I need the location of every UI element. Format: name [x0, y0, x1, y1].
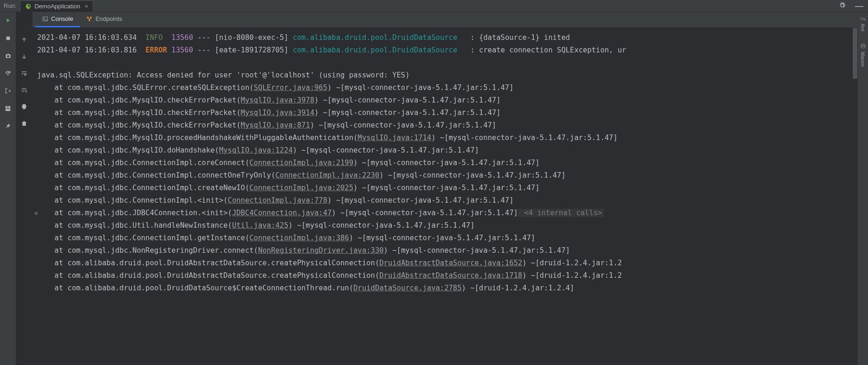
stack-frame: at com.mysql.jdbc.MysqlIO.checkErrorPack… — [34, 94, 858, 107]
source-link[interactable]: MysqlIO.java:1714 — [358, 134, 432, 142]
stack-frame: at com.mysql.jdbc.MysqlIO.proceedHandsha… — [34, 132, 858, 144]
source-link[interactable]: MysqlIO.java:1224 — [219, 146, 293, 154]
stop-icon[interactable] — [4, 34, 12, 42]
tab-console-label: Console — [51, 15, 73, 22]
maven-icon: ⓜ — [861, 43, 866, 50]
panel-tabs: Console Endpoints — [32, 12, 858, 28]
source-link[interactable]: DruidAbstractDataSource.java:1718 — [379, 271, 522, 280]
run-actions-gutter — [0, 12, 16, 365]
stack-frame: at com.mysql.jdbc.SQLError.createSQLExce… — [34, 82, 858, 94]
exception-header: java.sql.SQLException: Access denied for… — [34, 69, 858, 82]
stack-frame: at com.mysql.jdbc.NonRegisteringDriver.c… — [34, 244, 858, 257]
run-config-tab[interactable]: DemoApplication × — [20, 0, 93, 13]
console-tab-icon — [42, 16, 48, 22]
maven-label: Maven — [860, 51, 866, 67]
spring-leaf-icon — [25, 3, 32, 10]
trash-icon[interactable] — [20, 120, 28, 127]
stack-frame: at com.mysql.jdbc.ConnectionImpl.<init>(… — [34, 194, 858, 207]
tab-console[interactable]: Console — [35, 12, 80, 27]
source-link[interactable]: DruidAbstractDataSource.java:1652 — [379, 259, 522, 267]
endpoints-tab-icon — [86, 16, 93, 22]
internal-calls-hint[interactable]: <4 internal calls> — [518, 209, 604, 217]
ant-tool-tab[interactable]: 🐜 Ant — [860, 16, 866, 32]
source-link[interactable]: ConnectionImpl.java:778 — [228, 196, 328, 205]
rerun-icon[interactable] — [4, 17, 12, 24]
svg-point-6 — [89, 19, 90, 21]
stack-frame: at com.mysql.jdbc.Util.handleNewInstance… — [34, 219, 858, 232]
source-link[interactable]: SQLError.java:965 — [254, 83, 328, 92]
source-link[interactable]: JDBC4Connection.java:47 — [232, 209, 332, 217]
maven-tool-tab[interactable]: ⓜ Maven — [860, 43, 866, 67]
close-icon[interactable]: × — [85, 3, 88, 10]
stack-frame: at com.alibaba.druid.pool.DruidAbstractD… — [34, 269, 858, 282]
svg-point-4 — [87, 17, 89, 18]
svg-rect-0 — [6, 36, 10, 40]
stack-frame: at com.alibaba.druid.pool.DruidDataSourc… — [34, 282, 858, 295]
source-link[interactable]: ConnectionImpl.java:2230 — [275, 171, 379, 179]
scrollbar-track[interactable] — [852, 28, 858, 365]
down-icon[interactable] — [20, 53, 28, 60]
tab-endpoints[interactable]: Endpoints — [80, 12, 129, 27]
tab-endpoints-label: Endpoints — [96, 15, 123, 22]
stack-frame: at com.mysql.jdbc.MysqlIO.checkErrorPack… — [34, 107, 858, 119]
exit-icon[interactable] — [4, 87, 12, 95]
svg-rect-1 — [6, 106, 8, 109]
source-link[interactable]: ConnectionImpl.java:2025 — [249, 184, 353, 192]
stack-frame: at com.mysql.jdbc.ConnectionImpl.coreCon… — [34, 157, 858, 169]
log-line: 2021-04-07 16:16:03.634 INFO 13560 --- [… — [34, 32, 858, 44]
ant-icon: 🐜 — [860, 16, 866, 22]
right-tool-strip: 🐜 Ant ⓜ Maven — [858, 12, 868, 365]
source-link[interactable]: MysqlIO.java:3914 — [241, 109, 315, 117]
hide-button[interactable]: — — [852, 2, 866, 10]
stack-frame: at com.mysql.jdbc.ConnectionImpl.getInst… — [34, 232, 858, 244]
rerun-auto-icon[interactable] — [4, 70, 12, 77]
blank-line — [34, 57, 858, 69]
stack-frame: at com.mysql.jdbc.ConnectionImpl.connect… — [34, 169, 858, 182]
run-label: Run: — [4, 2, 16, 9]
scroll-to-end-icon[interactable] — [20, 86, 28, 94]
source-link[interactable]: MysqlIO.java:871 — [241, 121, 310, 129]
console-panel: Console Endpoints 2021-04-07 16:16:03.63… — [32, 12, 858, 365]
source-link[interactable]: MysqlIO.java:3978 — [241, 96, 315, 104]
gear-icon[interactable] — [836, 2, 849, 10]
pin-icon[interactable] — [4, 122, 12, 130]
source-link[interactable]: NonRegisteringDriver.java:330 — [258, 246, 384, 255]
camera-icon[interactable] — [4, 52, 12, 59]
source-link[interactable]: ConnectionImpl.java:386 — [249, 234, 349, 242]
scrollbar-thumb[interactable] — [853, 28, 857, 79]
source-link[interactable]: DruidDataSource.java:2785 — [353, 284, 461, 292]
up-icon[interactable] — [20, 36, 28, 44]
run-config-name: DemoApplication — [34, 3, 80, 10]
layout-icon[interactable] — [4, 105, 12, 112]
svg-point-5 — [90, 17, 91, 18]
svg-rect-3 — [6, 109, 11, 111]
expand-icon[interactable]: ⊞ — [33, 207, 39, 219]
stack-frame: at com.mysql.jdbc.ConnectionImpl.createN… — [34, 182, 858, 194]
soft-wrap-icon[interactable] — [20, 70, 28, 77]
run-tool-window-header: Run: DemoApplication × — — [0, 0, 868, 12]
svg-rect-2 — [8, 106, 11, 109]
stack-frame: at com.alibaba.druid.pool.DruidAbstractD… — [34, 257, 858, 269]
console-actions-gutter — [16, 12, 32, 365]
console-output[interactable]: 2021-04-07 16:16:03.634 INFO 13560 --- [… — [32, 28, 858, 365]
stack-frame: at com.mysql.jdbc.MysqlIO.doHandshake(My… — [34, 144, 858, 157]
source-link[interactable]: ConnectionImpl.java:2199 — [249, 159, 353, 167]
stack-frame: at com.mysql.jdbc.MysqlIO.checkErrorPack… — [34, 119, 858, 132]
log-line: 2021-04-07 16:16:03.816 ERROR 13560 --- … — [34, 44, 858, 57]
stack-frame: ⊞ at com.mysql.jdbc.JDBC4Connection.<ini… — [34, 207, 858, 219]
source-link[interactable]: Util.java:425 — [232, 221, 288, 230]
ant-label: Ant — [860, 24, 866, 32]
print-icon[interactable] — [20, 103, 28, 110]
